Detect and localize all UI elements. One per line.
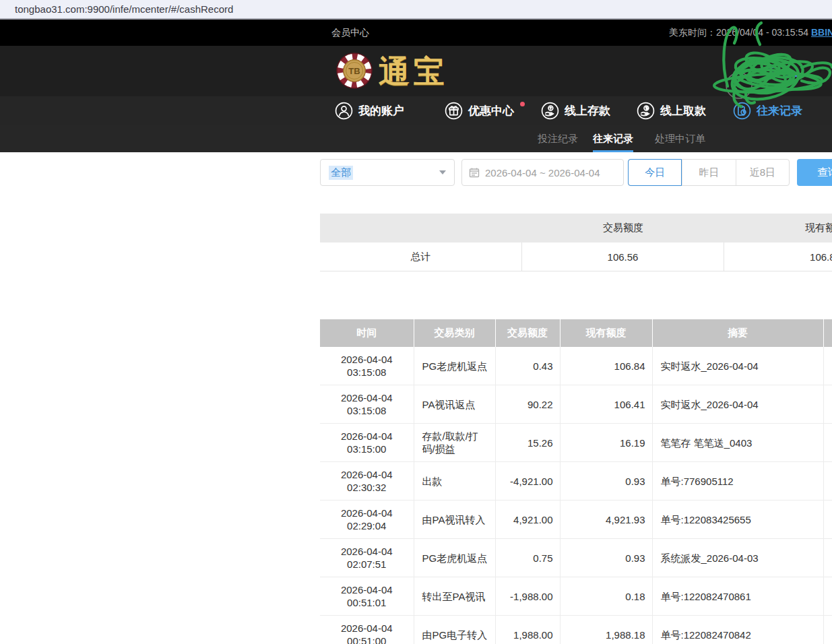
summary-total-label: 总计 xyxy=(320,243,522,271)
cell-time: 2026-04-04 03:15:08 xyxy=(320,347,414,385)
cell-time: 2026-04-04 02:07:51 xyxy=(320,539,414,577)
cell-amount: -1,988.00 xyxy=(495,577,560,616)
cell-balance: 0.93 xyxy=(560,462,652,501)
cell-balance: 1,988.18 xyxy=(560,616,652,644)
cell-action xyxy=(823,501,832,539)
cell-amount: 0.75 xyxy=(495,539,560,577)
bbin-link[interactable]: BBIN xyxy=(811,20,832,46)
chevron-down-icon xyxy=(439,170,446,174)
table-row: 2026-04-04 00:51:01 转出至PA视讯 -1,988.00 0.… xyxy=(320,577,832,616)
cell-note: 单号:122083425655 xyxy=(652,501,823,539)
nav-cash-records[interactable]: 往来记录 xyxy=(733,96,802,125)
main-nav: 我的账户 优惠中心 线上存款 线上取款 xyxy=(0,96,832,125)
records-icon xyxy=(733,102,751,120)
cell-balance: 0.93 xyxy=(560,539,652,577)
cell-balance: 106.84 xyxy=(560,347,652,385)
tb-chip-logo-icon: TB xyxy=(335,52,373,90)
date-range-input[interactable]: 2026-04-04 ~ 2026-04-04 xyxy=(461,159,624,186)
cell-type: 出款 xyxy=(414,462,495,501)
summary-header-balance: 现有额度 xyxy=(724,214,832,243)
cell-amount: 4,921.00 xyxy=(495,501,560,539)
table-row: 2026-04-04 02:07:51 PG老虎机返点 0.75 0.93 系统… xyxy=(320,539,832,577)
nav-label: 优惠中心 xyxy=(468,103,514,119)
summary-table: 交易额度 现有额度 总计 106.56 106.84 xyxy=(320,214,832,271)
deposit-icon xyxy=(541,102,559,120)
transactions-header-row: 时间 交易类别 交易额度 现有额度 摘要 xyxy=(320,319,832,347)
cell-amount: -4,921.00 xyxy=(495,462,560,501)
type-select-value: 全部 xyxy=(329,166,353,180)
top-bar: 会员中心 美东时间：2026/04/04 - 03:15:54 BBIN xyxy=(0,20,832,46)
cell-action xyxy=(823,539,832,577)
col-action xyxy=(823,319,832,347)
cell-type: PA视讯返点 xyxy=(414,385,495,424)
content-area: 全部 2026-04-04 ~ 2026-04-04 今日 昨日 近8日 查询 … xyxy=(320,152,832,644)
tab-pending-orders[interactable]: 处理中订单 xyxy=(655,125,705,152)
withdraw-icon xyxy=(637,102,655,120)
cell-action xyxy=(823,616,832,644)
sub-nav: 投注纪录 往来记录 处理中订单 xyxy=(0,125,832,152)
cell-type: PG老虎机返点 xyxy=(414,347,495,385)
type-select[interactable]: 全部 xyxy=(320,159,455,186)
svg-text:TB: TB xyxy=(348,66,360,76)
notification-dot xyxy=(520,102,525,106)
cell-amount: 1,988.00 xyxy=(495,616,560,644)
col-amount: 交易额度 xyxy=(495,319,560,347)
cell-time: 2026-04-04 00:51:01 xyxy=(320,577,414,616)
cell-note: 笔笔存 笔笔送_0403 xyxy=(652,424,823,462)
summary-header-trade: 交易额度 xyxy=(522,214,724,243)
quick-last8days-button[interactable]: 近8日 xyxy=(736,160,789,185)
cell-note: 实时返水_2026-04-04 xyxy=(652,347,823,385)
summary-total-trade: 106.56 xyxy=(522,243,724,271)
quick-today-button[interactable]: 今日 xyxy=(628,159,682,186)
cell-action xyxy=(823,385,832,424)
cell-note: 单号:122082470842 xyxy=(652,616,823,644)
col-note: 摘要 xyxy=(652,319,823,347)
member-center-link[interactable]: 会员中心 xyxy=(331,20,369,46)
cell-type: 转出至PA视讯 xyxy=(414,577,495,616)
nav-label: 线上取款 xyxy=(660,103,706,119)
cell-time: 2026-04-04 02:30:32 xyxy=(320,462,414,501)
gift-icon xyxy=(445,102,463,120)
cell-type: 存款/取款/打码/损益 xyxy=(414,424,495,462)
cell-note: 系统派发_2026-04-03 xyxy=(652,539,823,577)
cell-amount: 90.22 xyxy=(495,385,560,424)
table-row: 2026-04-04 03:15:00 存款/取款/打码/损益 15.26 16… xyxy=(320,424,832,462)
us-eastern-time: 美东时间：2026/04/04 - 03:15:54 xyxy=(669,20,808,46)
cell-amount: 15.26 xyxy=(495,424,560,462)
quick-yesterday-button[interactable]: 昨日 xyxy=(682,160,735,185)
cell-balance: 16.19 xyxy=(560,424,652,462)
search-button[interactable]: 查询 xyxy=(797,159,832,186)
cell-time: 2026-04-04 00:51:00 xyxy=(320,616,414,644)
cell-note: 实时返水_2026-04-04 xyxy=(652,385,823,424)
table-row: 2026-04-04 03:15:08 PA视讯返点 90.22 106.41 … xyxy=(320,385,832,424)
nav-label: 我的账户 xyxy=(358,103,404,119)
browser-url-bar[interactable]: tongbao31.com:9900/infe/mcenter/#/cashRe… xyxy=(0,0,832,20)
cell-time: 2026-04-04 03:15:08 xyxy=(320,385,414,424)
table-row: 2026-04-04 02:30:32 出款 -4,921.00 0.93 单号… xyxy=(320,462,832,501)
cell-note: 单号:776905112 xyxy=(652,462,823,501)
cell-balance: 4,921.93 xyxy=(560,501,652,539)
tab-bet-records[interactable]: 投注纪录 xyxy=(538,125,578,152)
table-row: 2026-04-04 00:51:00 由PG电子转入 1,988.00 1,9… xyxy=(320,616,832,644)
transactions-body: 2026-04-04 03:15:08 PG老虎机返点 0.43 106.84 … xyxy=(320,347,832,644)
cell-balance: 0.18 xyxy=(560,577,652,616)
tab-cash-records[interactable]: 往来记录 xyxy=(593,125,633,152)
logo-bar: TB 通宝 xyxy=(0,46,832,96)
date-range-value: 2026-04-04 ~ 2026-04-04 xyxy=(485,167,600,179)
cell-action xyxy=(823,424,832,462)
calendar-icon xyxy=(469,167,480,178)
cell-type: PG老虎机返点 xyxy=(414,539,495,577)
nav-online-deposit[interactable]: 线上存款 xyxy=(541,96,610,125)
nav-online-withdraw[interactable]: 线上取款 xyxy=(637,96,706,125)
table-row: 2026-04-04 03:15:08 PG老虎机返点 0.43 106.84 … xyxy=(320,347,832,385)
cell-time: 2026-04-04 03:15:00 xyxy=(320,424,414,462)
quick-date-buttons: 今日 昨日 近8日 xyxy=(628,159,790,186)
cell-action xyxy=(823,462,832,501)
summary-total-row: 总计 106.56 106.84 xyxy=(320,243,832,271)
nav-promotions[interactable]: 优惠中心 xyxy=(445,96,514,125)
cell-action xyxy=(823,577,832,616)
nav-my-account[interactable]: 我的账户 xyxy=(335,96,404,125)
cell-balance: 106.41 xyxy=(560,385,652,424)
transactions-table: 时间 交易类别 交易额度 现有额度 摘要 2026-04-04 03:15:08… xyxy=(320,319,832,644)
cell-amount: 0.43 xyxy=(495,347,560,385)
